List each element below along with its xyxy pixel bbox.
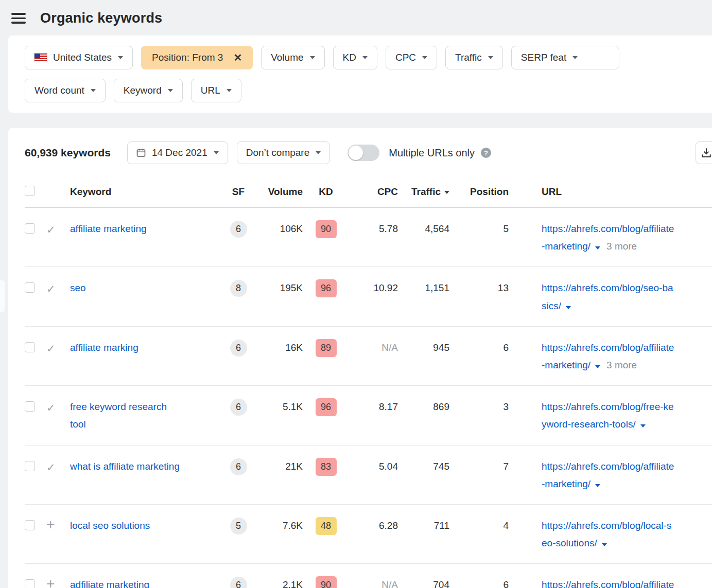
url-dropdown-icon[interactable] <box>595 365 600 368</box>
table-row: ✓ affiliate marking 6 16K 89 N/A 945 6 h… <box>25 326 712 385</box>
position-value: 13 <box>498 282 509 293</box>
volume-filter[interactable]: Volume <box>261 46 324 69</box>
url-filter[interactable]: URL <box>191 79 241 102</box>
cpc-filter[interactable]: CPC <box>386 46 437 69</box>
sf-badge: 6 <box>230 458 247 475</box>
url-link[interactable]: https://ahrefs.com/blog/seo-basics/ <box>542 282 673 311</box>
row-checkbox[interactable] <box>25 520 35 530</box>
select-all-checkbox[interactable] <box>25 186 35 196</box>
keywords-table-body: ✓ affiliate marketing 6 106K 90 5.78 4,5… <box>25 207 712 588</box>
chevron-down-icon <box>227 89 232 92</box>
keyword-link[interactable]: affiliate marketing <box>70 220 147 238</box>
multiple-urls-toggle[interactable] <box>348 145 379 161</box>
keyword-filter[interactable]: Keyword <box>114 79 183 102</box>
url-link[interactable]: https://ahrefs.com/blog/free-keyword-res… <box>542 401 674 430</box>
keyword-link[interactable]: seo <box>70 279 86 297</box>
row-checkbox[interactable] <box>25 579 35 588</box>
row-checkbox[interactable] <box>25 461 35 471</box>
column-header-sf[interactable]: SF <box>225 176 251 207</box>
traffic-value: 745 <box>433 461 449 472</box>
export-button[interactable] <box>696 141 712 164</box>
row-checkbox[interactable] <box>25 401 35 412</box>
cpc-value: 5.78 <box>379 223 398 234</box>
column-header-traffic[interactable]: Traffic <box>398 176 449 207</box>
volume-value: 2.1K <box>283 579 303 588</box>
sf-badge: 6 <box>230 399 247 416</box>
check-icon: ✓ <box>46 279 56 299</box>
more-link[interactable]: 3 more <box>606 360 637 370</box>
column-header-url[interactable]: URL <box>509 176 712 207</box>
url-link[interactable]: https://ahrefs.com/blog/affiliate-market… <box>542 579 674 588</box>
row-checkbox[interactable] <box>25 223 35 234</box>
kd-badge: 90 <box>316 220 337 238</box>
volume-value: 106K <box>280 223 303 234</box>
keyword-link[interactable]: adfiliate marketing <box>70 576 149 588</box>
column-header-volume[interactable]: Volume <box>251 176 303 207</box>
word-count-filter[interactable]: Word count <box>25 79 106 102</box>
traffic-value: 1,151 <box>425 282 449 293</box>
position-value: 6 <box>503 342 509 353</box>
volume-value: 7.6K <box>283 520 303 531</box>
keyword-link[interactable]: free keyword research tool <box>70 398 184 433</box>
kd-badge: 48 <box>316 517 337 535</box>
keyword-link[interactable]: local seo solutions <box>70 517 150 534</box>
position-filter-active[interactable]: Position: From 3 ✕ <box>141 46 253 69</box>
chevron-down-icon <box>572 56 578 59</box>
sf-badge: 6 <box>230 577 247 588</box>
keyword-link[interactable]: affiliate marking <box>70 339 138 357</box>
volume-value: 16K <box>285 342 303 353</box>
chevron-down-icon <box>168 89 173 92</box>
url-dropdown-icon[interactable] <box>602 543 607 546</box>
kd-badge: 83 <box>316 458 337 476</box>
add-icon[interactable]: + <box>46 517 55 532</box>
sort-desc-icon <box>444 191 449 194</box>
volume-value: 5.1K <box>283 401 303 412</box>
url-dropdown-icon[interactable] <box>595 484 600 487</box>
more-link[interactable]: 3 more <box>606 241 637 252</box>
date-picker[interactable]: 14 Dec 2021 <box>127 141 228 164</box>
kd-filter[interactable]: KD <box>333 46 377 69</box>
url-dropdown-icon[interactable] <box>566 306 571 309</box>
traffic-value: 711 <box>434 520 449 531</box>
column-header-kd[interactable]: KD <box>303 176 349 207</box>
column-header-keyword[interactable]: Keyword <box>70 176 225 207</box>
row-checkbox[interactable] <box>25 342 35 352</box>
position-value: 6 <box>503 579 509 588</box>
row-checkbox[interactable] <box>25 282 35 293</box>
table-row: ✓ what is affiliate marketing 6 21K 83 5… <box>25 445 712 504</box>
country-filter[interactable]: United States <box>25 46 133 69</box>
traffic-filter[interactable]: Traffic <box>445 46 503 69</box>
scrollbar-thumb[interactable] <box>0 280 5 312</box>
help-icon[interactable]: ? <box>481 148 491 158</box>
column-header-position[interactable]: Position <box>449 176 509 207</box>
table-row: + adfiliate marketing 6 2.1K 90 N/A 704 … <box>25 564 712 588</box>
table-toolbar: 60,939 keywords 14 Dec 2021 Don’t compar… <box>8 128 712 176</box>
kd-badge: 89 <box>316 339 337 357</box>
column-header-cpc[interactable]: CPC <box>349 176 398 207</box>
multiple-urls-label: Multiple URLs only <box>389 147 475 159</box>
chevron-down-icon <box>118 56 123 59</box>
close-icon[interactable]: ✕ <box>233 51 242 64</box>
cpc-value: 6.28 <box>379 520 398 531</box>
add-icon[interactable]: + <box>46 576 55 588</box>
url-dropdown-icon[interactable] <box>595 246 600 250</box>
kd-badge: 90 <box>316 576 337 588</box>
menu-icon[interactable] <box>11 11 26 26</box>
kd-badge: 96 <box>316 398 337 416</box>
traffic-value: 869 <box>433 401 449 412</box>
compare-dropdown[interactable]: Don’t compare <box>237 141 331 164</box>
url-link[interactable]: https://ahrefs.com/blog/affiliate-market… <box>542 461 674 489</box>
page-title: Organic keywords <box>40 10 162 26</box>
traffic-value: 704 <box>433 579 449 588</box>
volume-value: 195K <box>280 282 303 293</box>
sf-badge: 5 <box>230 518 247 534</box>
sf-badge: 6 <box>230 221 247 238</box>
chevron-down-icon <box>214 151 219 154</box>
calendar-icon <box>136 148 146 157</box>
url-dropdown-icon[interactable] <box>640 424 646 427</box>
keyword-link[interactable]: what is affiliate marketing <box>70 458 180 475</box>
check-icon: ✓ <box>46 458 56 477</box>
serp-features-filter[interactable]: SERP feat <box>511 46 619 69</box>
traffic-value: 4,564 <box>425 223 449 234</box>
keyword-count: 60,939 keywords <box>25 147 111 159</box>
